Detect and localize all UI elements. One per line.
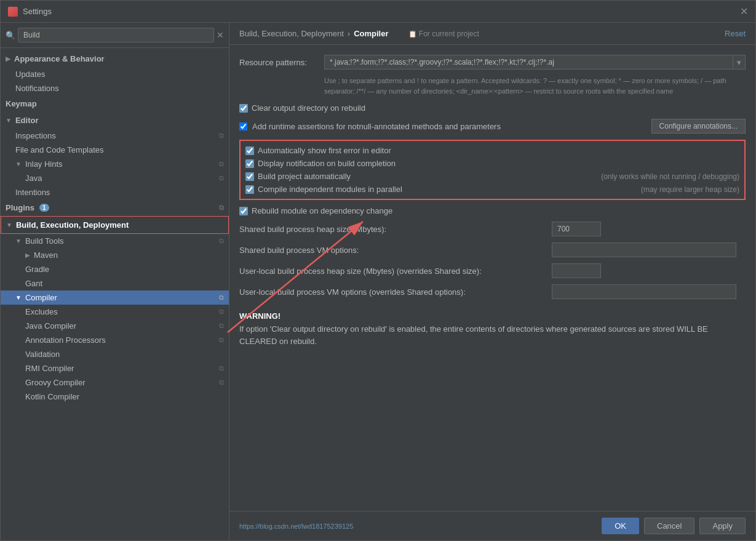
main-content: 🔍 ✕ ▶ Appearance & Behavior Updates Noti… (1, 23, 755, 540)
sidebar-item-plugins[interactable]: Plugins 1 ⧉ (1, 199, 229, 216)
copy-icon-inspections: ⧉ (219, 132, 224, 140)
sidebar-item-annotation-processors[interactable]: Annotation Processors ⧉ (1, 333, 229, 347)
sidebar: 🔍 ✕ ▶ Appearance & Behavior Updates Noti… (1, 23, 229, 540)
add-runtime-checkbox[interactable] (239, 122, 247, 130)
search-icon: 🔍 (6, 31, 15, 40)
shared-heap-row: Shared build process heap size (Mbytes): (239, 222, 746, 236)
user-vm-row: User-local build process VM options (ove… (239, 284, 746, 299)
sidebar-item-file-code-templates[interactable]: File and Code Templates (1, 143, 229, 157)
user-vm-input[interactable] (552, 284, 736, 299)
footer: https://blog.csdn.net/lwd18175239125 OK … (229, 511, 755, 540)
warning-text: If option 'Clear output directory on reb… (239, 323, 746, 347)
panel-content: Resource patterns: ▾ Use ; to separate p… (229, 45, 755, 511)
sidebar-item-label: Appearance & Behavior (14, 54, 105, 63)
configure-annotations-button[interactable]: Configure annotations... (651, 119, 746, 134)
apply-button[interactable]: Apply (699, 518, 746, 534)
sidebar-item-compiler[interactable]: ▼ Compiler ⧉ (1, 291, 229, 305)
ok-button[interactable]: OK (602, 518, 639, 534)
sidebar-tree: ▶ Appearance & Behavior Updates Notifica… (1, 48, 229, 540)
resource-patterns-input-wrap: ▾ (324, 55, 746, 70)
cancel-button[interactable]: Cancel (644, 518, 694, 534)
build-auto-checkbox[interactable] (245, 172, 254, 181)
sidebar-item-keymap[interactable]: Keymap (1, 95, 229, 112)
sidebar-item-inspections[interactable]: Inspections ⧉ (1, 129, 229, 143)
copy-icon-rmi: ⧉ (219, 364, 224, 372)
build-auto-note: (only works while not running / debuggin… (601, 172, 739, 181)
compile-parallel-checkbox[interactable] (245, 185, 254, 194)
sidebar-item-validation[interactable]: Validation (1, 347, 229, 361)
add-runtime-row: Add runtime assertions for notnull-annot… (239, 119, 746, 134)
sidebar-item-editor[interactable]: ▼ Editor (1, 112, 229, 129)
warning-box: WARNING! If option 'Clear output directo… (239, 311, 746, 347)
user-vm-label: User-local build process VM options (ove… (239, 287, 547, 297)
sidebar-item-java-compiler[interactable]: Java Compiler ⧉ (1, 319, 229, 333)
sidebar-item-kotlin-compiler[interactable]: Kotlin Compiler (1, 390, 229, 404)
breadcrumb-current: Compiler (354, 29, 388, 38)
sidebar-item-intentions[interactable]: Intentions (1, 185, 229, 199)
reset-button[interactable]: Reset (725, 29, 746, 38)
plugins-badge: 1 (39, 204, 49, 212)
shared-vm-label: Shared build process VM options: (239, 246, 547, 255)
expand-arrow-compiler: ▼ (15, 294, 22, 301)
display-notification-checkbox[interactable] (245, 159, 254, 168)
sidebar-item-rmi-compiler[interactable]: RMI Compiler ⧉ (1, 361, 229, 375)
warning-title: WARNING! (239, 311, 746, 321)
breadcrumb-separator: › (348, 29, 350, 38)
sidebar-item-gant[interactable]: Gant (1, 276, 229, 291)
sidebar-item-build-tools[interactable]: ▼ Build Tools ⧉ (1, 234, 229, 248)
copy-icon-build-tools: ⧉ (219, 237, 224, 245)
sidebar-item-excludes[interactable]: Excludes ⧉ (1, 305, 229, 319)
search-clear-button[interactable]: ✕ (217, 30, 224, 40)
sidebar-item-build-execution[interactable]: ▼ Build, Execution, Deployment (1, 216, 229, 234)
expand-arrow-build-tools: ▼ (15, 238, 22, 244)
compile-parallel-note: (may require larger heap size) (641, 185, 739, 194)
resource-scroll-button[interactable]: ▾ (733, 57, 745, 68)
shared-heap-input[interactable] (552, 222, 601, 236)
footer-link: https://blog.csdn.net/lwd18175239125 (239, 523, 353, 530)
copy-icon-groovy: ⧉ (219, 379, 224, 387)
search-bar: 🔍 ✕ (1, 23, 229, 48)
sidebar-item-groovy-compiler[interactable]: Groovy Compiler ⧉ (1, 375, 229, 390)
clear-output-row: Clear output directory on rebuild (239, 103, 746, 113)
expand-arrow-editor: ▼ (6, 117, 12, 124)
user-heap-input[interactable] (552, 263, 601, 278)
resource-patterns-row: Resource patterns: ▾ (239, 55, 746, 70)
copy-icon-annotation: ⧉ (219, 336, 224, 344)
copy-icon-excludes: ⧉ (219, 308, 224, 316)
auto-show-error-row: Automatically show first error in editor (245, 146, 739, 155)
resource-patterns-input[interactable] (325, 55, 733, 69)
copy-icon-plugins: ⧉ (219, 204, 224, 212)
resource-patterns-hint: Use ; to separate patterns and ! to nega… (239, 76, 746, 96)
close-button[interactable]: ✕ (740, 6, 748, 17)
copy-icon-inlay: ⧉ (219, 160, 224, 168)
compile-parallel-row: Compile independent modules in parallel … (245, 185, 739, 194)
auto-show-error-label: Automatically show first error in editor (258, 146, 391, 155)
compile-parallel-label: Compile independent modules in parallel (258, 185, 402, 194)
sidebar-item-inlay-hints[interactable]: ▼ Inlay Hints ⧉ (1, 157, 229, 171)
sidebar-item-updates[interactable]: Updates (1, 67, 229, 81)
sidebar-item-notifications[interactable]: Notifications (1, 81, 229, 95)
main-panel: Build, Execution, Deployment › Compiler … (229, 23, 755, 540)
clear-output-checkbox[interactable] (239, 104, 248, 113)
build-auto-label: Build project automatically (258, 172, 351, 181)
user-heap-row: User-local build process heap size (Mbyt… (239, 263, 746, 278)
sidebar-item-appearance[interactable]: ▶ Appearance & Behavior (1, 50, 229, 67)
copy-icon-compiler: ⧉ (219, 294, 224, 302)
search-input[interactable] (18, 28, 214, 42)
auto-show-error-checkbox[interactable] (245, 146, 254, 155)
shared-vm-input[interactable] (552, 242, 736, 257)
rebuild-module-checkbox[interactable] (239, 207, 248, 215)
breadcrumb: Build, Execution, Deployment › Compiler … (239, 29, 479, 38)
expand-arrow: ▶ (6, 55, 10, 62)
add-runtime-label: Add runtime assertions for notnull-annot… (252, 122, 647, 131)
title-bar: Settings ✕ (1, 1, 755, 23)
display-notification-label: Display notification on build completion (258, 159, 396, 168)
expand-arrow-inlay: ▼ (15, 161, 22, 167)
expand-arrow-build: ▼ (6, 222, 12, 228)
app-icon (8, 7, 18, 17)
shared-heap-label: Shared build process heap size (Mbytes): (239, 225, 547, 234)
sidebar-item-java[interactable]: Java ⧉ (1, 171, 229, 185)
sidebar-item-maven[interactable]: ▶ Maven (1, 248, 229, 262)
copy-icon-java-compiler: ⧉ (219, 322, 224, 330)
sidebar-item-gradle[interactable]: Gradle (1, 262, 229, 276)
